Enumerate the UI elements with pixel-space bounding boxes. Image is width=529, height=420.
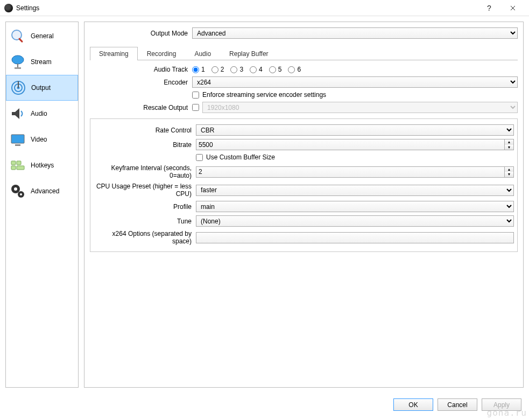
stream-icon bbox=[9, 53, 26, 71]
svg-rect-14 bbox=[17, 166, 24, 170]
sidebar-item-hotkeys[interactable]: Hotkeys bbox=[6, 152, 78, 178]
x264-opts-label: x264 Options (separated by space) bbox=[94, 230, 196, 245]
ok-button[interactable]: OK bbox=[393, 398, 433, 411]
tab-replay-buffer[interactable]: Replay Buffer bbox=[220, 47, 278, 60]
sidebar-item-general[interactable]: General bbox=[6, 23, 78, 49]
rescale-label: Rescale Output bbox=[90, 104, 192, 111]
advanced-icon bbox=[9, 183, 26, 200]
audio-track-6[interactable]: 6 bbox=[288, 66, 301, 73]
sidebar-item-label: General bbox=[31, 32, 54, 40]
sidebar-item-output[interactable]: Output bbox=[6, 75, 78, 101]
sidebar-item-label: Audio bbox=[31, 110, 47, 117]
svg-point-16 bbox=[14, 187, 17, 191]
close-icon bbox=[510, 5, 516, 11]
content-panel: Output Mode Advanced Streaming Recording… bbox=[84, 22, 524, 388]
rate-control-select[interactable]: CBR bbox=[196, 124, 514, 136]
rescale-select[interactable]: 1920x1080 bbox=[202, 102, 518, 113]
spin-down-icon[interactable]: ▼ bbox=[505, 172, 513, 177]
audio-track-2[interactable]: 2 bbox=[211, 66, 224, 73]
svg-rect-9 bbox=[11, 135, 24, 143]
audio-track-5[interactable]: 5 bbox=[269, 66, 282, 73]
bitrate-label: Bitrate bbox=[94, 141, 196, 149]
audio-icon bbox=[9, 105, 26, 122]
sidebar-item-label: Advanced bbox=[31, 187, 59, 195]
audio-track-4[interactable]: 4 bbox=[250, 66, 263, 73]
tune-select[interactable]: (None) bbox=[196, 215, 514, 227]
sidebar-item-label: Video bbox=[31, 136, 47, 143]
spin-up-icon[interactable]: ▲ bbox=[505, 139, 513, 145]
keyframe-label: Keyframe Interval (seconds, 0=auto) bbox=[94, 164, 196, 179]
tab-streaming[interactable]: Streaming bbox=[90, 47, 138, 60]
custom-buffer-checkbox[interactable] bbox=[196, 154, 203, 161]
watermark: goha.ru bbox=[487, 408, 527, 418]
rate-control-label: Rate Control bbox=[94, 127, 196, 134]
sidebar-item-label: Output bbox=[31, 84, 51, 92]
output-mode-select[interactable]: Advanced bbox=[192, 27, 518, 39]
rescale-checkbox[interactable] bbox=[192, 104, 199, 111]
custom-buffer-label: Use Custom Buffer Size bbox=[206, 153, 275, 161]
window-title: Settings bbox=[16, 4, 39, 12]
audio-track-1[interactable]: 1 bbox=[192, 66, 205, 73]
sidebar-item-label: Hotkeys bbox=[31, 162, 54, 169]
audio-track-3[interactable]: 3 bbox=[230, 66, 243, 73]
sidebar: General Stream Output Audio Video bbox=[5, 22, 79, 388]
sidebar-item-advanced[interactable]: Advanced bbox=[6, 178, 78, 204]
cancel-button[interactable]: Cancel bbox=[438, 398, 477, 411]
tab-strip: Streaming Recording Audio Replay Buffer bbox=[90, 46, 518, 60]
cpu-preset-label: CPU Usage Preset (higher = less CPU) bbox=[94, 183, 196, 198]
x264-opts-input[interactable] bbox=[196, 232, 514, 243]
profile-label: Profile bbox=[94, 203, 196, 211]
svg-rect-12 bbox=[17, 161, 21, 165]
sidebar-item-stream[interactable]: Stream bbox=[6, 49, 78, 75]
app-icon bbox=[4, 4, 13, 12]
audio-track-label: Audio Track bbox=[90, 66, 192, 73]
general-icon bbox=[9, 27, 26, 45]
svg-rect-4 bbox=[15, 67, 21, 69]
tab-label: Audio bbox=[194, 50, 211, 58]
video-icon bbox=[9, 131, 26, 148]
title-bar: Settings ? bbox=[0, 0, 529, 16]
tab-label: Replay Buffer bbox=[229, 50, 269, 58]
cpu-preset-select[interactable]: faster bbox=[196, 185, 514, 196]
svg-rect-13 bbox=[11, 166, 16, 170]
profile-select[interactable]: main bbox=[196, 201, 514, 212]
help-button[interactable]: ? bbox=[477, 1, 501, 16]
encoder-label: Encoder bbox=[90, 79, 192, 86]
sidebar-item-audio[interactable]: Audio bbox=[6, 101, 78, 127]
svg-rect-11 bbox=[11, 161, 16, 165]
tab-recording[interactable]: Recording bbox=[138, 47, 186, 60]
bitrate-input[interactable] bbox=[196, 139, 505, 150]
enforce-checkbox[interactable] bbox=[192, 92, 199, 99]
svg-rect-10 bbox=[15, 144, 20, 146]
dialog-footer: OK Cancel Apply bbox=[0, 393, 529, 411]
tune-label: Tune bbox=[94, 218, 196, 225]
output-mode-label: Output Mode bbox=[90, 30, 192, 37]
spin-up-icon[interactable]: ▲ bbox=[505, 167, 513, 172]
keyframe-spinbox[interactable]: ▲▼ bbox=[196, 166, 514, 178]
encoder-settings-group: Rate Control CBR Bitrate ▲▼ bbox=[90, 118, 518, 252]
output-icon bbox=[10, 79, 27, 96]
sidebar-item-video[interactable]: Video bbox=[6, 127, 78, 152]
tab-audio[interactable]: Audio bbox=[185, 47, 220, 60]
bitrate-spinbox[interactable]: ▲▼ bbox=[196, 139, 514, 150]
close-button[interactable] bbox=[501, 1, 525, 16]
spin-down-icon[interactable]: ▼ bbox=[505, 145, 513, 150]
hotkeys-icon bbox=[9, 157, 26, 174]
svg-rect-8 bbox=[18, 81, 19, 88]
enforce-label: Enforce streaming service encoder settin… bbox=[202, 91, 326, 99]
keyframe-input[interactable] bbox=[196, 166, 505, 178]
sidebar-item-label: Stream bbox=[31, 58, 52, 66]
encoder-select[interactable]: x264 bbox=[192, 76, 518, 88]
tab-label: Streaming bbox=[99, 50, 129, 58]
svg-point-18 bbox=[20, 193, 22, 195]
tab-label: Recording bbox=[147, 50, 177, 58]
audio-track-group: 1 2 3 4 5 6 bbox=[192, 66, 518, 73]
